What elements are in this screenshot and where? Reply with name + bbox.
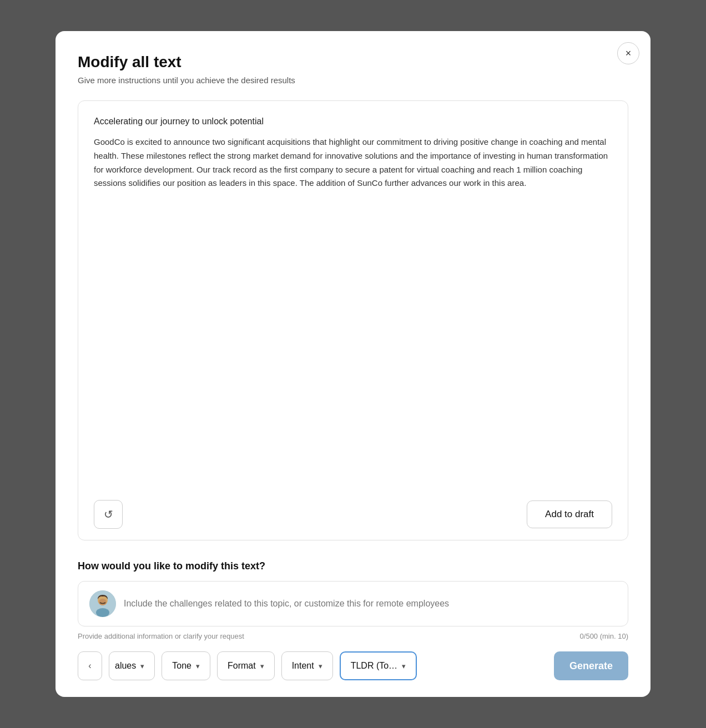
add-to-draft-button[interactable]: Add to draft (527, 501, 612, 528)
svg-point-3 (96, 608, 109, 617)
chevron-down-icon: ▾ (260, 662, 264, 670)
chevron-down-icon: ▾ (402, 662, 406, 670)
intent-dropdown[interactable]: Intent ▾ (281, 651, 333, 680)
tldr-dropdown[interactable]: TLDR (To… ▾ (340, 651, 417, 680)
tone-label: Tone (172, 661, 191, 671)
hint-left: Provide additional information or clarif… (78, 632, 244, 640)
refresh-button[interactable]: ↺ (94, 500, 123, 529)
modal-subtitle: Give more instructions until you achieve… (78, 75, 628, 85)
content-actions: ↺ Add to draft (94, 500, 612, 529)
content-body: GoodCo is excited to announce two signif… (94, 135, 612, 487)
refresh-icon: ↺ (104, 508, 113, 521)
modal-title: Modify all text (78, 53, 628, 71)
content-heading: Accelerating our journey to unlock poten… (94, 117, 612, 127)
chevron-down-icon: ▾ (319, 662, 322, 670)
char-count: 0/500 (min. 10) (580, 632, 628, 640)
chevron-left-icon: ‹ (88, 661, 91, 671)
modify-input[interactable] (124, 599, 617, 609)
values-label: alues (115, 661, 136, 671)
modify-section: How would you like to modify this text? (78, 560, 628, 640)
tldr-label: TLDR (To… (351, 661, 397, 671)
chevron-down-icon: ▾ (196, 662, 200, 670)
close-icon: × (626, 48, 632, 59)
values-dropdown[interactable]: alues ▾ (109, 651, 155, 680)
modal-container: × Modify all text Give more instructions… (56, 31, 650, 697)
tone-dropdown[interactable]: Tone ▾ (162, 651, 210, 680)
avatar (89, 590, 116, 617)
svg-point-2 (99, 599, 107, 605)
scroll-left-button[interactable]: ‹ (78, 651, 102, 680)
intent-label: Intent (292, 661, 314, 671)
format-label: Format (228, 661, 256, 671)
format-dropdown[interactable]: Format ▾ (217, 651, 275, 680)
modify-title: How would you like to modify this text? (78, 560, 628, 572)
generate-button[interactable]: Generate (554, 651, 628, 680)
content-box: Accelerating our journey to unlock poten… (78, 100, 628, 540)
bottom-bar: ‹ alues ▾ Tone ▾ Format ▾ Intent ▾ TLDR … (78, 651, 628, 680)
input-row (78, 581, 628, 626)
char-hint-row: Provide additional information or clarif… (78, 632, 628, 640)
close-button[interactable]: × (617, 42, 639, 64)
chevron-down-icon: ▾ (140, 662, 144, 670)
